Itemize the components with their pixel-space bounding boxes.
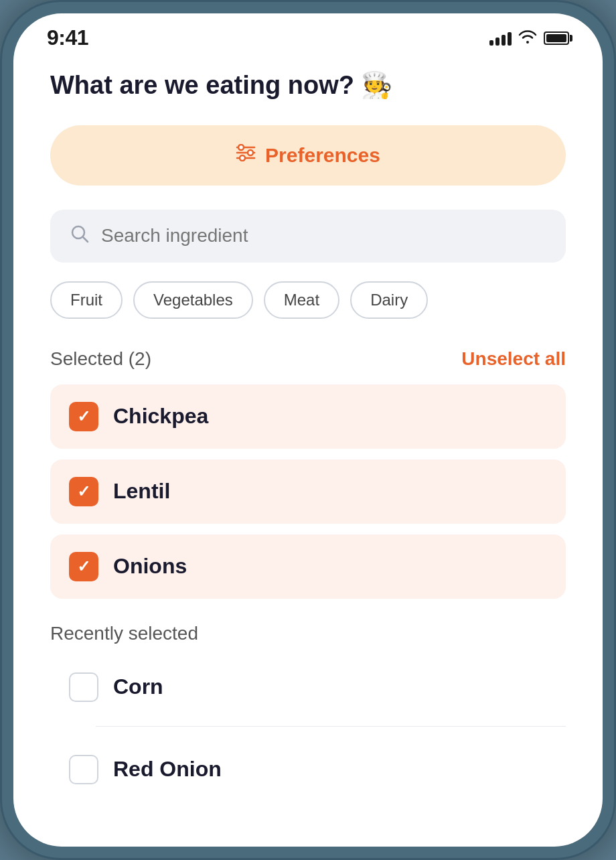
svg-point-5 (240, 155, 245, 161)
phone-screen: 9:41 (13, 13, 603, 847)
divider-corn (96, 726, 566, 727)
checkbox-lentil[interactable]: ✓ (69, 477, 98, 506)
status-icons (489, 29, 569, 48)
pill-dairy[interactable]: Dairy (350, 281, 428, 319)
pill-vegetables[interactable]: Vegetables (133, 281, 253, 319)
list-item-corn[interactable]: Corn (50, 655, 566, 719)
ingredient-label-chickpea: Chickpea (113, 404, 208, 429)
list-item-onions[interactable]: ✓ Onions (50, 534, 566, 599)
selected-count-label: Selected (2) (50, 348, 151, 370)
battery-icon (544, 31, 569, 45)
signal-bars-icon (489, 31, 512, 46)
preferences-icon (236, 144, 256, 166)
selected-section-header: Selected (2) Unselect all (50, 348, 566, 370)
svg-point-3 (248, 150, 253, 155)
unselect-all-button[interactable]: Unselect all (461, 348, 566, 370)
status-bar: 9:41 (13, 13, 603, 57)
checkmark-chickpea: ✓ (77, 407, 90, 426)
checkmark-lentil: ✓ (77, 482, 90, 501)
list-item-red-onion[interactable]: Red Onion (50, 737, 566, 802)
pill-meat[interactable]: Meat (264, 281, 339, 319)
wifi-icon (518, 29, 537, 48)
recently-section-title: Recently selected (50, 623, 198, 644)
checkmark-onions: ✓ (77, 557, 90, 576)
search-bar (50, 210, 566, 263)
svg-line-7 (83, 237, 88, 242)
ingredient-label-red-onion: Red Onion (113, 757, 222, 782)
category-pills: Fruit Vegetables Meat Dairy (50, 281, 566, 319)
search-icon (70, 224, 89, 248)
ingredient-label-onions: Onions (113, 554, 187, 579)
preferences-label: Preferences (265, 144, 380, 167)
list-item-chickpea[interactable]: ✓ Chickpea (50, 384, 566, 449)
checkbox-chickpea[interactable]: ✓ (69, 402, 98, 431)
svg-point-1 (238, 145, 244, 150)
ingredient-label-lentil: Lentil (113, 479, 170, 504)
search-input[interactable] (101, 225, 546, 246)
list-item-lentil[interactable]: ✓ Lentil (50, 459, 566, 524)
page-title: What are we eating now? 🧑‍🍳 (50, 70, 566, 101)
checkbox-onions[interactable]: ✓ (69, 552, 98, 581)
preferences-button[interactable]: Preferences (50, 125, 566, 186)
phone-frame: 9:41 (0, 0, 616, 860)
content-area: What are we eating now? 🧑‍🍳 Preferences (13, 57, 603, 837)
checkbox-red-onion[interactable] (69, 755, 98, 784)
status-time: 9:41 (47, 25, 88, 50)
pill-fruit[interactable]: Fruit (50, 281, 123, 319)
ingredient-label-corn: Corn (113, 674, 163, 699)
checkbox-corn[interactable] (69, 672, 98, 702)
recently-selected-section: Recently selected (50, 623, 566, 644)
